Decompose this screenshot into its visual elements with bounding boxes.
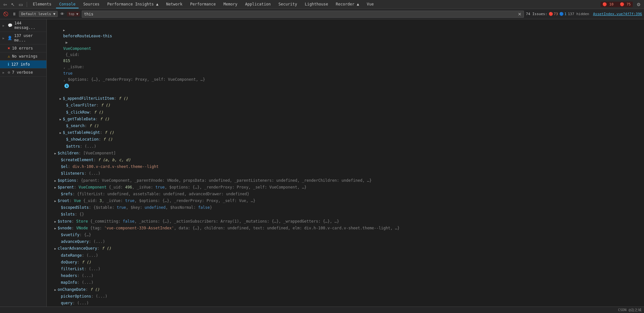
tri-children[interactable] [54,151,58,156]
line-click-row[interactable]: $_clickRow: f () [47,109,644,116]
line-advance-query[interactable]: advanceQuery: (...) [47,238,644,245]
before-route-label: beforeRouteLeave-this [63,34,112,38]
console-header-line[interactable]: beforeRouteLeave-this ▶ VueComponent {_u… [47,21,644,95]
tri-vnode[interactable] [54,226,58,231]
pause-icon[interactable]: ⏸ [11,11,18,17]
line-vuetify[interactable]: $vuetify: {…} [47,232,644,238]
tri-store[interactable] [54,219,58,224]
line-clear-advance[interactable]: clearAdvanceQuery: f () [47,245,644,252]
tri-options[interactable] [54,179,58,183]
tab-console[interactable]: Console [56,1,79,8]
verbose-icon: ⚙ [8,70,10,75]
tri-height[interactable] [60,131,63,135]
line-options[interactable]: $options: {parent: VueComponent, _parent… [47,177,644,184]
search-box[interactable]: ✕ [82,11,524,18]
line-filter-list[interactable]: filterList: (...) [47,266,644,272]
eye-icon[interactable]: 👁 [59,11,66,17]
messages-label: 144 messag... [14,21,44,30]
tab-memory[interactable]: Memory [220,1,241,8]
info-icon: ℹ [8,62,9,67]
search-clear-button[interactable]: ✕ [518,12,522,16]
sep1 [27,2,27,7]
line-clear-filter[interactable]: $_clearFilter: f () [47,102,644,109]
main-area: 💬 144 messag... 👤 137 user me... ✖ 10 er… [0,19,644,307]
line-get-table[interactable]: $_getTableData: f () [47,116,644,123]
line-slots[interactable]: $slots: {} [47,211,644,218]
error-count-badge[interactable]: 🔴 73 [549,12,558,16]
line-el[interactable]: $el: div.h-100.v-card.v-sheet.theme--lig… [47,163,644,170]
search-input[interactable] [84,12,516,16]
top-level[interactable]: top ▼ [67,12,80,16]
issues-badge: 74 Issues: 🔴 73 🔵 1 137 hidden AssetInde… [526,12,642,16]
expand-user-icon [3,36,5,40]
line-do-query[interactable]: doQuery: f () [47,259,644,266]
devtools-toolbar: ⇦ ↖ ▭ Elements Console Sources Performan… [0,0,644,9]
tri-get[interactable] [60,117,63,122]
line-on-change-date[interactable]: onChangeDate: f () [47,286,644,293]
error-icon: ✖ [8,46,10,51]
sidebar-item-user-messages[interactable]: 👤 137 user me... [0,32,46,44]
line-children[interactable]: $children: [VueComponent] [47,150,644,157]
line-attrs[interactable]: $attrs: (...) [47,143,644,150]
line-set-height[interactable]: $_setTableHeight: f () [47,129,644,136]
tab-network[interactable]: Network [163,1,186,8]
tri-root[interactable] [54,199,58,203]
uid-label: {_uid: [63,52,82,57]
info-label: 127 info [11,62,30,67]
issues-label: 74 Issues: [526,12,547,16]
device-icon[interactable]: ▭ [17,1,24,8]
warning-count-badge[interactable]: 🔵 1 [559,12,567,16]
sidebar-item-info[interactable]: ℹ 127 info [0,60,46,69]
line-create-el[interactable]: $createElement: f (a, b, c, d) [47,157,644,163]
line-search[interactable]: $_search: f () [47,123,644,129]
tri-clear-adv[interactable] [54,246,58,251]
console-output: beforeRouteLeave-this ▶ VueComponent {_u… [47,19,644,307]
dock-icon[interactable]: ⇦ [2,1,8,8]
tab-security[interactable]: Security [275,1,300,8]
tri-change[interactable] [54,288,58,292]
is-vue-value: true [63,71,72,76]
tab-application[interactable]: Application [242,1,274,8]
sidebar-item-messages[interactable]: 💬 144 messag... [0,19,46,32]
tab-lighthouse[interactable]: Lighthouse [302,1,331,8]
line-query[interactable]: query: (...) [47,300,644,307]
tab-sources[interactable]: Sources [80,1,103,8]
tab-elements[interactable]: Elements [30,1,55,8]
tab-recorder[interactable]: Recorder ▲ [333,1,362,8]
tri-parent[interactable] [54,185,58,190]
header-expand-tri[interactable] [63,28,66,32]
tab-perf-insights[interactable]: Performance Insights ▲ [104,1,162,8]
sidebar-item-verbose[interactable]: ⚙ 7 verbose [0,69,46,77]
line-picker-options[interactable]: pickerOptions: (...) [47,293,644,300]
line-date-range[interactable]: dateRange: (...) [47,252,644,259]
asset-link[interactable]: AssetIndex.vue?4f7f:396 [593,12,642,16]
line-show-loc[interactable]: $_showLocation: f () [47,136,644,143]
line-listeners[interactable]: $listeners: (...) [47,170,644,177]
expand-messages-icon [3,24,6,27]
console-bar: 🚫 ⏸ Default levels ▼ 👁 top ▼ ✕ 74 Issues… [0,9,644,19]
vue-component-label: VueComponent [63,46,91,51]
line-root[interactable]: $root: Vue {_uid: 3, _isVue: true, $opti… [47,198,644,204]
line-store[interactable]: $store: Store {_committing: false, _acti… [47,218,644,225]
line-map-info[interactable]: mapInfo: (...) [47,279,644,286]
line-vnode[interactable]: $vnode: VNode {tag: 'vue-component-339-A… [47,225,644,232]
info-badge-icon[interactable]: i [64,84,69,88]
error-badge[interactable]: 🔴 10 🔴 75 [601,2,633,7]
expand-verbose-icon [3,71,6,74]
sidebar-item-errors[interactable]: ✖ 10 errors [0,44,46,52]
line-headers[interactable]: headers: (...) [47,272,644,279]
tri-append[interactable] [60,97,63,101]
clear-console-icon[interactable]: 🚫 [2,11,10,17]
settings-icon[interactable]: ⚙ [635,1,642,8]
line-refs[interactable]: $refs: {filterList: undefined, assetsTab… [47,191,644,198]
tab-vue[interactable]: Vue [364,1,377,8]
line-parent[interactable]: $parent: VueComponent {_uid: 496, _isVue… [47,184,644,191]
warning-icon: ⚠ [8,54,10,59]
warnings-label: No warnings [12,54,37,59]
level-select[interactable]: Default levels ▼ [19,11,58,17]
tab-performance[interactable]: Performance [187,1,219,8]
sidebar-item-warnings[interactable]: ⚠ No warnings [0,52,46,60]
line-append-filter[interactable]: $_appendFilterListItem: f () [47,95,644,102]
pointer-icon[interactable]: ↖ [10,1,16,8]
line-scoped-slots[interactable]: $scopedSlots: {$stable: true, $key: unde… [47,204,644,211]
